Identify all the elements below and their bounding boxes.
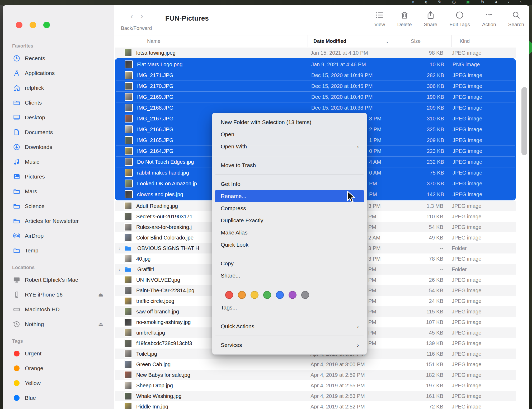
share-button[interactable]: Share — [424, 9, 437, 27]
file-size: 116 KB — [393, 351, 443, 357]
eject-icon[interactable]: ⏏ — [98, 321, 103, 327]
menu-item-quick-look[interactable]: Quick Look — [212, 239, 367, 251]
clock-icon[interactable]: ◷ — [452, 0, 456, 5]
file-row[interactable]: Green Cab.jpgApr 4, 2019 at 3:00 PM151 K… — [115, 359, 516, 370]
file-row[interactable]: New Babys for sale.jpgApr 4, 2019 at 2:5… — [115, 370, 516, 380]
forward-button[interactable]: › — [140, 12, 143, 21]
file-thumbnail — [124, 339, 132, 347]
sidebar-item-label: AirDrop — [25, 233, 44, 239]
sidebar-item-recents[interactable]: Recents — [3, 51, 114, 66]
column-date-modified[interactable]: Date Modified⌄ — [308, 35, 396, 47]
plug-icon[interactable]: ¤ — [412, 0, 415, 5]
menu-item-tags[interactable]: Tags... — [212, 302, 367, 314]
eject-icon[interactable]: ⏏ — [98, 292, 103, 298]
view-button[interactable]: View — [374, 9, 385, 27]
sidebar-item-orange[interactable]: Orange — [3, 361, 114, 376]
sidebar-item-music[interactable]: Music — [3, 154, 114, 169]
sidebar-item-relphick[interactable]: relphick — [3, 81, 114, 95]
delete-button[interactable]: Delete — [397, 9, 412, 27]
file-name: Do Not Touch Edges.jpg — [137, 159, 194, 165]
menu-tag-color-dot[interactable] — [301, 291, 309, 299]
menu-item-new-folder-with-selection-13-items[interactable]: New Folder with Selection (13 Items) — [212, 116, 367, 128]
menu-tag-color-dot[interactable] — [276, 291, 284, 299]
close-button[interactable] — [16, 22, 22, 28]
sidebar-item-science[interactable]: Science — [3, 199, 114, 214]
user-icon[interactable]: ● — [495, 0, 498, 5]
action-button[interactable]: Action — [482, 9, 496, 27]
menu-item-open[interactable]: Open — [212, 128, 367, 140]
zoom-button[interactable] — [43, 22, 50, 28]
file-row[interactable]: lotsa towing.jpegJan 15, 2021 at 4:10 PM… — [115, 48, 516, 58]
sidebar-item-downloads[interactable]: Downloads — [3, 140, 114, 154]
disclosure-triangle-icon[interactable]: › — [115, 246, 124, 251]
file-thumbnail — [125, 115, 133, 123]
menu-item-share[interactable]: Share... — [212, 270, 367, 282]
sidebar-item-macintosh-hd[interactable]: Macintosh HD — [3, 302, 114, 317]
search-button[interactable]: Search — [508, 9, 524, 27]
menu-item-rename[interactable]: Rename... — [215, 190, 364, 202]
browser-icon[interactable]: e — [425, 0, 427, 5]
file-kind: JPEG image — [443, 50, 481, 56]
file-row[interactable]: IMG_2171.JPGDec 15, 2020 at 10:49 PM282 … — [116, 70, 515, 81]
menu-item-services[interactable]: Services› — [212, 339, 367, 351]
menu-item-get-info[interactable]: Get Info — [212, 178, 367, 190]
sidebar-item-applications[interactable]: Applications — [3, 66, 114, 81]
menu-item-duplicate-exactly[interactable]: Duplicate Exactly — [212, 214, 367, 227]
column-name[interactable]: Name — [114, 35, 308, 47]
file-row[interactable]: IMG_2170.JPGDec 15, 2020 at 10:45 PM306 … — [116, 81, 515, 92]
file-size: 75 KB — [394, 170, 444, 176]
menu-tag-color-dot[interactable] — [251, 291, 258, 299]
sidebar-item-desktop[interactable]: Desktop — [3, 110, 114, 125]
file-row[interactable]: Whale Washing.jpgApr 4, 2019 at 2:53 PM1… — [115, 391, 516, 401]
file-name: IMG_2164.JPG — [137, 148, 173, 154]
sidebar-item-nothing[interactable]: Nothing⏏ — [3, 317, 114, 332]
file-row[interactable]: IMG_2169.JPGDec 15, 2020 at 10:40 PM190 … — [116, 92, 515, 102]
edit-tags-button[interactable]: Edit Tags — [449, 9, 470, 27]
minimize-button[interactable] — [30, 22, 36, 28]
menu-item-make-alias[interactable]: Make Alias — [212, 227, 367, 239]
pencil-icon[interactable]: ✎ — [438, 0, 441, 5]
file-row[interactable]: Sheep Drop.jpgApr 4, 2019 at 2:55 PM197 … — [115, 380, 516, 391]
sidebar-item-temp[interactable]: Temp — [3, 243, 114, 258]
file-thumbnail — [124, 223, 132, 231]
menu-item-compress[interactable]: Compress — [212, 202, 367, 214]
file-row[interactable]: IMG_2168.JPGDec 15, 2020 at 10:38 PM209 … — [116, 102, 515, 113]
vertical-scrollbar[interactable] — [521, 87, 527, 155]
menu-item-copy[interactable]: Copy — [212, 257, 367, 270]
sidebar-item-pictures[interactable]: Pictures — [3, 169, 114, 184]
back-button[interactable]: ‹ — [130, 12, 133, 21]
sidebar-item-rye-iphone-16[interactable]: RYE iPhone 16⏏ — [3, 287, 114, 302]
sidebar-item-mars[interactable]: Mars — [3, 184, 114, 199]
sidebar-item-robert-elphick-s-imac[interactable]: Robert Elphick’s iMac — [3, 272, 114, 287]
nav-forward-icon[interactable]: › — [520, 0, 521, 5]
sync-icon[interactable]: ↻ — [481, 0, 484, 5]
sidebar-item-very-important[interactable]: Very Important — [3, 405, 114, 409]
menu-item-quick-actions[interactable]: Quick Actions› — [212, 320, 367, 332]
menu-tag-color-dot[interactable] — [263, 291, 271, 299]
menu-item-open-with[interactable]: Open With› — [212, 140, 367, 153]
tag-color-dot — [14, 365, 20, 371]
sidebar-item-documents[interactable]: Documents — [3, 125, 114, 140]
sidebar-item-clients[interactable]: Clients — [3, 95, 114, 110]
file-kind: JPEG image — [444, 191, 482, 198]
column-size[interactable]: Size — [396, 35, 451, 47]
sidebar-item-yellow[interactable]: Yellow — [3, 376, 114, 391]
sidebar-item-blue[interactable]: Blue — [3, 391, 114, 405]
file-row[interactable]: Flat Mars Logo.pngJan 9, 2021 at 4:46 PM… — [116, 59, 515, 70]
sidebar-item-articles-for-newsletter[interactable]: Articles for Newsletter — [3, 214, 114, 228]
file-kind: JPEG image — [444, 148, 482, 154]
menu-item-move-to-trash[interactable]: Move to Trash — [212, 159, 367, 171]
file-thumbnail — [125, 169, 133, 177]
file-kind: JPEG image — [443, 224, 481, 230]
menu-tag-color-dot[interactable] — [238, 291, 246, 299]
sidebar-item-airdrop[interactable]: AirDrop — [3, 228, 114, 243]
menu-tag-color-dot[interactable] — [225, 291, 233, 299]
file-size: 306 KB — [394, 83, 444, 89]
nav-back-icon[interactable]: ‹ — [508, 0, 509, 5]
screen-tile-icon[interactable]: ▣ — [466, 0, 470, 5]
file-row[interactable]: Piddle Inn.jpgApr 4, 2019 at 2:52 PM72 K… — [115, 401, 516, 409]
menu-tag-color-dot[interactable] — [289, 291, 296, 299]
disclosure-triangle-icon[interactable]: › — [115, 267, 124, 272]
sidebar-item-urgent[interactable]: Urgent — [3, 346, 114, 361]
column-kind[interactable]: Kind — [451, 35, 529, 47]
